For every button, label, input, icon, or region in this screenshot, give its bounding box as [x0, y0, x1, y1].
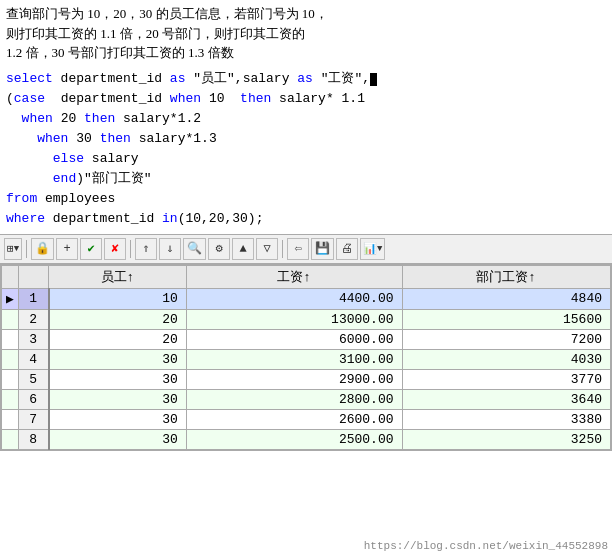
sql-line2: (case department_id when 10 then salary*… — [6, 89, 606, 109]
sql-line1: select department_id as "员工",salary as "… — [6, 69, 606, 89]
table-row[interactable]: 3206000.007200 — [2, 329, 611, 349]
table-row[interactable]: 6302800.003640 — [2, 389, 611, 409]
watermark: https://blog.csdn.net/weixin_44552898 — [364, 540, 608, 552]
delete-button[interactable]: ✘ — [104, 238, 126, 260]
table-cell: 30 — [49, 389, 187, 409]
row-number-cell: 1 — [19, 288, 49, 309]
chart-dropdown-arrow: ▼ — [377, 244, 382, 254]
table-cell: 2800.00 — [186, 389, 402, 409]
table-row[interactable]: 5302900.003770 — [2, 369, 611, 389]
row-number-cell: 5 — [19, 369, 49, 389]
row-indicator-cell — [2, 429, 19, 449]
table-cell: 15600 — [402, 309, 611, 329]
grid-icon: ⊞ — [7, 242, 14, 255]
toolbar: ⊞ ▼ 🔒 + ✔ ✘ ⇑ ⇓ 🔍 ⚙ ▲ ▽ ⇦ 💾 🖨 📊 ▼ — [0, 234, 612, 264]
table-cell: 30 — [49, 349, 187, 369]
row-num-header — [19, 265, 49, 288]
filter-button[interactable]: ⚙ — [208, 238, 230, 260]
table-cell: 2500.00 — [186, 429, 402, 449]
table-row[interactable]: 4303100.004030 — [2, 349, 611, 369]
col-header-employee[interactable]: 员工↑ — [49, 265, 187, 288]
table-cell: 13000.00 — [186, 309, 402, 329]
plus-button[interactable]: + — [56, 238, 78, 260]
sort-desc-button[interactable]: ⇓ — [159, 238, 181, 260]
desc-line3: 1.2 倍，30 号部门打印其工资的 1.3 倍数 — [6, 45, 234, 60]
sql-editor[interactable]: select department_id as "员工",salary as "… — [0, 67, 612, 234]
row-number-cell: 7 — [19, 409, 49, 429]
desc-line2: 则打印其工资的 1.1 倍，20 号部门，则打印其工资的 — [6, 26, 305, 41]
table-cell: 3380 — [402, 409, 611, 429]
table-row[interactable]: 22013000.0015600 — [2, 309, 611, 329]
results-table-wrapper: 员工↑ 工资↑ 部门工资↑ ▶1104400.00484022013000.00… — [0, 264, 612, 451]
check-button[interactable]: ✔ — [80, 238, 102, 260]
row-indicator-cell — [2, 369, 19, 389]
results-table: 员工↑ 工资↑ 部门工资↑ ▶1104400.00484022013000.00… — [1, 265, 611, 450]
toolbar-separator-1 — [26, 240, 27, 258]
table-cell: 4840 — [402, 288, 611, 309]
triangle-down-button[interactable]: ▽ — [256, 238, 278, 260]
table-row[interactable]: 8302500.003250 — [2, 429, 611, 449]
table-cell: 10 — [49, 288, 187, 309]
chart-dropdown[interactable]: 📊 ▼ — [360, 238, 385, 260]
desc-line1: 查询部门号为 10，20，30 的员工信息，若部门号为 10， — [6, 6, 328, 21]
row-number-cell: 2 — [19, 309, 49, 329]
table-cell: 3770 — [402, 369, 611, 389]
table-cell: 20 — [49, 329, 187, 349]
print-button[interactable]: 🖨 — [336, 238, 358, 260]
sql-line3: when 20 then salary*1.2 — [6, 109, 606, 129]
table-cell: 20 — [49, 309, 187, 329]
row-number-cell: 6 — [19, 389, 49, 409]
row-indicator-cell — [2, 329, 19, 349]
table-row[interactable]: ▶1104400.004840 — [2, 288, 611, 309]
sql-line6: end)"部门工资" — [6, 169, 606, 189]
table-cell: 4400.00 — [186, 288, 402, 309]
sort-asc-button[interactable]: ⇑ — [135, 238, 157, 260]
triangle-up-button[interactable]: ▲ — [232, 238, 254, 260]
row-indicator-cell — [2, 389, 19, 409]
grid-dropdown[interactable]: ⊞ ▼ — [4, 238, 22, 260]
table-header-row: 员工↑ 工资↑ 部门工资↑ — [2, 265, 611, 288]
chart-icon: 📊 — [363, 242, 377, 255]
table-cell: 4030 — [402, 349, 611, 369]
sql-line8: where department_id in(10,20,30); — [6, 209, 606, 229]
save-button[interactable]: 💾 — [311, 238, 334, 260]
row-number-cell: 8 — [19, 429, 49, 449]
arrow-button[interactable]: ⇦ — [287, 238, 309, 260]
table-cell: 30 — [49, 409, 187, 429]
table-cell: 6000.00 — [186, 329, 402, 349]
search-button[interactable]: 🔍 — [183, 238, 206, 260]
table-cell: 3100.00 — [186, 349, 402, 369]
row-indicator-cell — [2, 309, 19, 329]
lock-button[interactable]: 🔒 — [31, 238, 54, 260]
table-cell: 7200 — [402, 329, 611, 349]
row-indicator-header — [2, 265, 19, 288]
col-header-salary[interactable]: 工资↑ — [186, 265, 402, 288]
toolbar-separator-3 — [282, 240, 283, 258]
table-row[interactable]: 7302600.003380 — [2, 409, 611, 429]
row-number-cell: 3 — [19, 329, 49, 349]
table-cell: 30 — [49, 429, 187, 449]
table-cell: 2600.00 — [186, 409, 402, 429]
sql-line5: else salary — [6, 149, 606, 169]
row-indicator-cell: ▶ — [2, 288, 19, 309]
table-cell: 3250 — [402, 429, 611, 449]
grid-dropdown-arrow: ▼ — [14, 244, 19, 254]
description-area: 查询部门号为 10，20，30 的员工信息，若部门号为 10， 则打印其工资的 … — [0, 0, 612, 67]
table-cell: 2900.00 — [186, 369, 402, 389]
table-cell: 3640 — [402, 389, 611, 409]
toolbar-separator-2 — [130, 240, 131, 258]
col-header-dept-salary[interactable]: 部门工资↑ — [402, 265, 611, 288]
row-number-cell: 4 — [19, 349, 49, 369]
row-indicator-cell — [2, 349, 19, 369]
sql-line4: when 30 then salary*1.3 — [6, 129, 606, 149]
sql-line7: from employees — [6, 189, 606, 209]
table-cell: 30 — [49, 369, 187, 389]
row-indicator-cell — [2, 409, 19, 429]
table-body: ▶1104400.00484022013000.00156003206000.0… — [2, 288, 611, 449]
